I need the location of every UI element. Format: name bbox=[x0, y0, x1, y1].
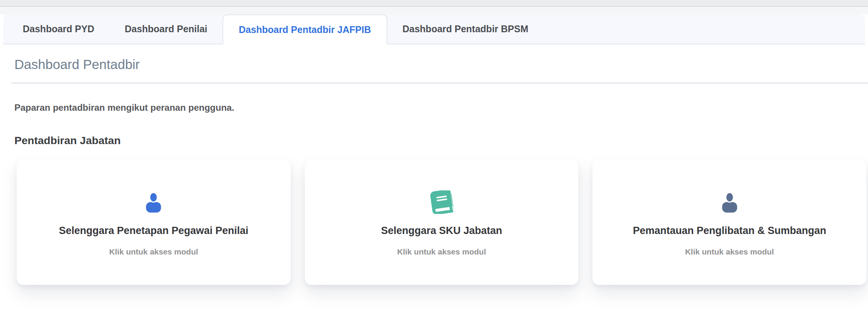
card-title: Pemantauan Penglibatan & Sumbangan bbox=[592, 225, 866, 237]
page-title: Dashboard Pentadbir bbox=[14, 57, 868, 72]
tab-label: Dashboard Penilai bbox=[125, 24, 207, 35]
book-icon bbox=[305, 190, 579, 214]
card-selenggara-sku-jabatan[interactable]: Selenggara SKU Jabatan Klik untuk akses … bbox=[305, 159, 579, 285]
dashboard-tab-bar: Dashboard PYD Dashboard Penilai Dashboar… bbox=[3, 14, 865, 44]
card-subtitle: Klik untuk akses modul bbox=[17, 247, 291, 256]
tab-dashboard-penilai[interactable]: Dashboard Penilai bbox=[110, 14, 222, 44]
tab-dashboard-pentadbir-jafpib[interactable]: Dashboard Pentadbir JAFPIB bbox=[222, 14, 387, 44]
tab-dashboard-pentadbir-bpsm[interactable]: Dashboard Pentadbir BPSM bbox=[387, 14, 544, 44]
tab-dashboard-pyd[interactable]: Dashboard PYD bbox=[8, 14, 110, 44]
card-subtitle: Klik untuk akses modul bbox=[592, 247, 866, 256]
user-icon bbox=[17, 190, 291, 214]
card-title: Selenggara SKU Jabatan bbox=[305, 225, 579, 237]
tab-label: Dashboard PYD bbox=[23, 24, 94, 35]
card-title: Selenggara Penetapan Pegawai Penilai bbox=[17, 225, 291, 237]
dashboard-content: Dashboard Pentadbir Paparan pentadbiran … bbox=[0, 57, 868, 285]
page-top-spacer bbox=[0, 7, 868, 14]
page-description: Paparan pentadbiran mengikut peranan pen… bbox=[14, 102, 868, 113]
window-top-bar bbox=[0, 0, 868, 7]
card-subtitle: Klik untuk akses modul bbox=[305, 247, 579, 256]
title-divider bbox=[11, 82, 868, 84]
user-icon bbox=[592, 190, 866, 214]
tab-label: Dashboard Pentadbir JAFPIB bbox=[239, 24, 371, 35]
section-title: Pentadbiran Jabatan bbox=[14, 134, 868, 147]
card-pemantauan-penglibatan-sumbangan[interactable]: Pemantauan Penglibatan & Sumbangan Klik … bbox=[592, 159, 866, 285]
card-selenggara-penetapan-pegawai-penilai[interactable]: Selenggara Penetapan Pegawai Penilai Kli… bbox=[17, 159, 291, 285]
tab-label: Dashboard Pentadbir BPSM bbox=[403, 24, 528, 35]
module-cards-row: Selenggara Penetapan Pegawai Penilai Kli… bbox=[17, 159, 866, 285]
